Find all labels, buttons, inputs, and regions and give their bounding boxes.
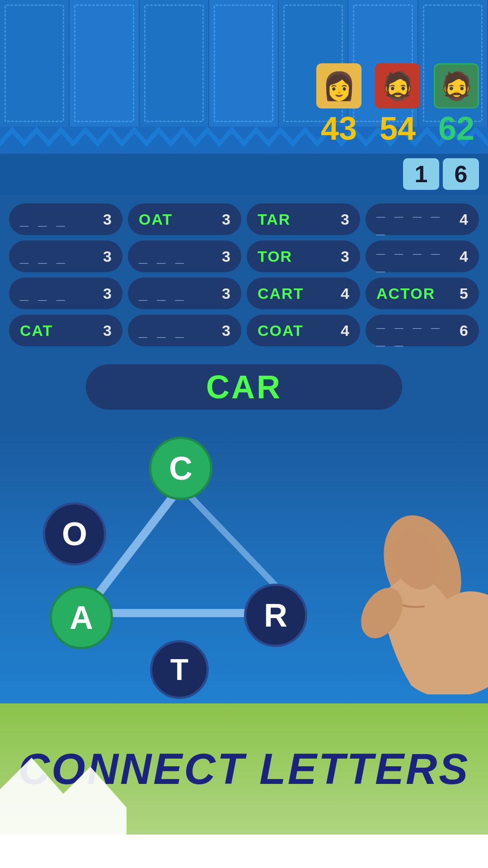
word-cell-tor: TOR 3 [247,241,360,272]
word-text-tar: TAR [258,211,291,228]
letter-T[interactable]: T [150,640,209,699]
score-3: 62 [438,112,474,145]
player-1-score: 👩 43 [316,63,361,145]
word-cell-cart: CART 4 [247,278,360,309]
hand-cursor-icon [343,514,488,694]
score-bar: 👩 43 🧔 54 🧔 62 [316,63,479,145]
word-blank-text: _ _ _ _ _ [376,239,460,274]
word-blank-text: _ _ _ [20,211,68,228]
white-mountain-decoration [0,753,127,835]
word-text-tor: TOR [258,248,292,265]
word-score: 3 [222,211,230,228]
word-score: 5 [460,285,468,302]
current-word-bubble: CAR [86,364,402,410]
current-word-display: CAR [0,355,488,423]
word-score: 3 [222,322,230,340]
word-text-oat: OAT [139,211,173,228]
word-score: 3 [341,211,349,228]
word-cell-oat: OAT 3 [128,203,241,235]
word-blank-text: _ _ _ [20,248,68,265]
word-score: 6 [460,322,468,340]
fabric-col-3 [140,0,209,127]
fabric-col-4 [209,0,279,127]
word-score: 3 [103,248,112,265]
word-blank-text: _ _ _ _ _ _ [376,313,460,348]
word-blank-text: _ _ _ [139,248,187,265]
letter-C[interactable]: C [149,437,212,500]
word-text-cart: CART [258,285,304,302]
word-text-coat: COAT [258,322,304,340]
word-text-actor: ACTOR [376,285,435,302]
player-2-score: 🧔 54 [375,63,420,145]
word-cell-blank-2: _ _ _ 3 [9,241,122,272]
word-score: 3 [103,285,112,302]
word-grid-section: _ _ _ 3 OAT 3 TAR 3 _ _ _ _ _ 4 _ _ _ 3 … [0,194,488,355]
bottom-section: CONNECT LETTERS [0,703,488,835]
letter-board[interactable]: C O A R T [0,423,488,703]
svg-line-2 [181,486,280,590]
word-cell-actor: ACTOR 5 [366,278,479,309]
word-cell-blank-4: _ _ _ 3 [9,278,122,309]
word-text-cat: CAT [20,322,53,340]
word-blank-text: _ _ _ [139,285,187,302]
word-cell-blank-3: _ _ _ 3 [128,241,241,272]
player-3-score: 🧔 62 [434,63,479,145]
word-blank-text: _ _ _ [139,322,187,340]
letter-R[interactable]: R [244,584,307,647]
word-cell-blank-6: _ _ _ 3 [128,315,241,346]
word-score: 3 [103,211,112,228]
word-cell-blank-1: _ _ _ 3 [9,203,122,235]
word-score: 4 [460,211,468,228]
round-indicator: 1 6 [403,158,479,190]
word-cell-tar: TAR 3 [247,203,360,235]
current-word-text: CAR [206,368,282,406]
word-score: 3 [341,248,349,265]
word-score: 4 [341,322,349,340]
word-score: 4 [341,285,349,302]
word-cell-blank-6l: _ _ _ _ _ _ 6 [366,315,479,346]
letter-O[interactable]: O [43,502,106,566]
avatar-1: 👩 [316,63,361,108]
letter-A[interactable]: A [50,586,113,649]
avatar-3: 🧔 [434,63,479,108]
word-score: 4 [460,248,468,265]
word-grid: _ _ _ 3 OAT 3 TAR 3 _ _ _ _ _ 4 _ _ _ 3 … [9,203,479,346]
word-cell-coat: COAT 4 [247,315,360,346]
round-digit-2: 6 [443,158,479,190]
score-1: 43 [321,112,357,145]
word-cell-blank-5l-2: _ _ _ _ _ 4 [366,241,479,272]
word-score: 3 [103,322,112,340]
round-digit-1: 1 [403,158,439,190]
round-bar: 1 6 [0,154,488,194]
word-blank-text: _ _ _ _ _ [376,202,460,237]
word-cell-blank-5l: _ _ _ _ _ 4 [366,203,479,235]
word-blank-text: _ _ _ [20,285,68,302]
word-score: 3 [222,248,230,265]
word-cell-blank-5: _ _ _ 3 [128,278,241,309]
top-fabric-section: 👩 43 🧔 54 🧔 62 [0,0,488,154]
word-cell-cat: CAT 3 [9,315,122,346]
fabric-col-2 [70,0,139,127]
avatar-2: 🧔 [375,63,420,108]
word-score: 3 [222,285,230,302]
score-2: 54 [380,112,416,145]
fabric-col-1 [0,0,70,127]
